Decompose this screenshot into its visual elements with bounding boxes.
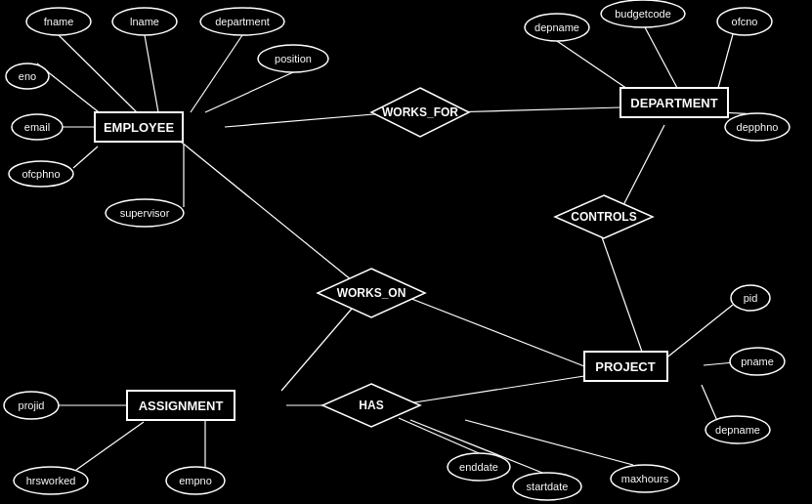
svg-text:WORKS_FOR: WORKS_FOR <box>382 105 458 119</box>
attr-depname-dept: depname <box>525 14 589 41</box>
svg-text:ofcno: ofcno <box>732 16 758 27</box>
attr-pname: pname <box>730 348 785 375</box>
svg-text:pname: pname <box>741 356 774 367</box>
line-workson-asgn <box>281 309 352 391</box>
attr-ofcphno: ofcphno <box>9 161 73 187</box>
svg-text:supervisor: supervisor <box>120 207 170 219</box>
attr-lname: lname <box>112 8 177 35</box>
relationship-works-for: WORKS_FOR <box>371 88 469 137</box>
svg-text:ASSIGNMENT: ASSIGNMENT <box>139 399 224 413</box>
svg-text:EMPLOYEE: EMPLOYEE <box>104 120 175 135</box>
svg-text:lname: lname <box>130 16 159 27</box>
svg-text:depname: depname <box>534 21 579 33</box>
line-ofcno-dep <box>718 34 733 88</box>
attr-hrsworked: hrsworked <box>14 467 88 494</box>
line-workson-proj <box>397 293 584 366</box>
attr-budgetcode: budgetcode <box>601 0 685 27</box>
line-lname-emp <box>145 35 158 112</box>
attr-pid: pid <box>731 285 770 311</box>
line-has-proj <box>396 376 584 405</box>
line-pos-emp <box>205 72 293 112</box>
svg-text:DEPARTMENT: DEPARTMENT <box>630 96 717 110</box>
svg-text:ofcphno: ofcphno <box>21 168 60 180</box>
svg-text:HAS: HAS <box>359 399 383 412</box>
line-emp-worksfor <box>225 112 397 127</box>
line-ofcphno-emp <box>73 147 98 168</box>
er-diagram: EMPLOYEE DEPARTMENT ASSIGNMENT PROJECT W… <box>0 0 812 504</box>
svg-text:budgetcode: budgetcode <box>615 8 671 20</box>
svg-text:maxhours: maxhours <box>621 473 669 484</box>
entity-employee: EMPLOYEE <box>95 112 183 142</box>
attr-depphno: depphno <box>725 113 790 141</box>
svg-text:fname: fname <box>44 16 74 27</box>
svg-text:WORKS_ON: WORKS_ON <box>337 286 406 300</box>
svg-text:PROJECT: PROJECT <box>595 359 655 374</box>
line-fname-emp <box>59 35 137 112</box>
relationship-controls: CONTROLS <box>555 195 653 238</box>
svg-text:startdate: startdate <box>527 481 569 492</box>
relationship-works-on: WORKS_ON <box>318 269 425 317</box>
line-dept-emp <box>191 35 242 112</box>
line-worksfor-dep <box>448 107 620 112</box>
line-enddate-has <box>399 418 479 453</box>
attr-enddate: enddate <box>448 453 510 481</box>
line-depname-dep <box>557 41 633 93</box>
attr-position: position <box>258 45 328 72</box>
attr-email: email <box>12 114 63 140</box>
svg-text:CONTROLS: CONTROLS <box>571 210 636 224</box>
line-budgetcode-dep <box>645 27 677 88</box>
attr-fname: fname <box>26 8 91 35</box>
svg-text:pid: pid <box>744 292 758 304</box>
attr-empno: empno <box>166 467 225 494</box>
svg-text:depphno: depphno <box>737 121 779 133</box>
entity-project: PROJECT <box>584 352 667 381</box>
attr-startdate: startdate <box>513 473 581 500</box>
attr-depname-proj: depname <box>705 416 770 443</box>
line-pid-proj <box>664 305 733 359</box>
line-emp-workson <box>181 142 352 280</box>
relationship-has: HAS <box>322 384 420 427</box>
svg-text:depname: depname <box>715 424 760 436</box>
line-dep-controls <box>623 125 664 205</box>
attr-maxhours: maxhours <box>611 465 679 492</box>
attr-projid: projid <box>4 392 59 419</box>
attr-supervisor: supervisor <box>106 199 184 227</box>
entity-assignment: ASSIGNMENT <box>127 391 235 420</box>
attr-eno: eno <box>6 63 49 89</box>
svg-text:position: position <box>275 53 312 64</box>
svg-text:empno: empno <box>179 475 212 486</box>
line-hrsworked-asgn <box>76 422 144 470</box>
line-controls-proj <box>601 234 642 352</box>
entity-department: DEPARTMENT <box>620 88 728 117</box>
svg-text:eno: eno <box>19 70 36 82</box>
attr-department: department <box>200 8 284 35</box>
svg-text:projid: projid <box>19 399 45 411</box>
svg-text:email: email <box>24 121 50 133</box>
svg-text:enddate: enddate <box>459 461 498 473</box>
svg-text:hrsworked: hrsworked <box>26 475 76 486</box>
attr-ofcno: ofcno <box>717 8 772 35</box>
svg-text:department: department <box>215 16 270 27</box>
